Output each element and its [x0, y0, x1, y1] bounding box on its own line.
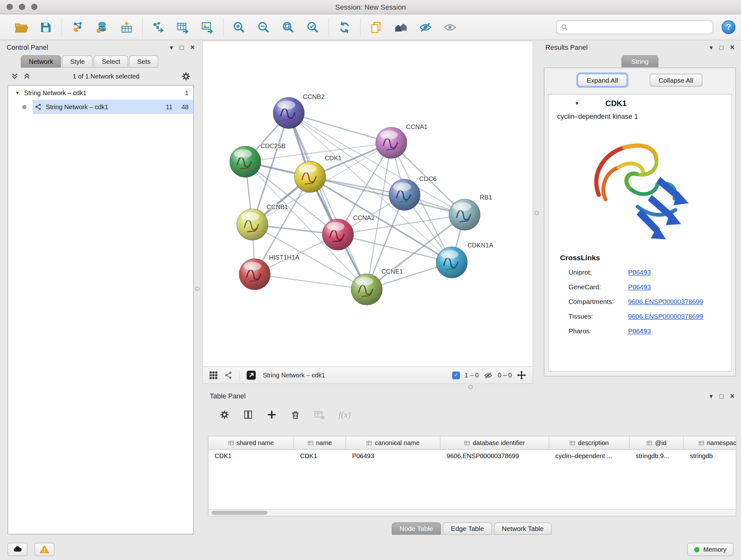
- home-button[interactable]: [392, 18, 410, 36]
- panel-menu-icon[interactable]: ▾: [710, 44, 713, 51]
- panel-close-icon[interactable]: ×: [730, 392, 735, 400]
- panel-float-icon[interactable]: □: [180, 44, 184, 51]
- left-splitter-grip[interactable]: [195, 287, 199, 291]
- help-button[interactable]: ?: [722, 20, 735, 34]
- network-collection-label: String Network – cdk1: [24, 89, 86, 96]
- column-header-shared-name[interactable]: shared name: [208, 436, 294, 449]
- memory-button[interactable]: Memory: [687, 543, 734, 556]
- zoom-out-button[interactable]: [255, 18, 273, 36]
- zoom-out-icon: [257, 20, 271, 34]
- pan-move-icon[interactable]: [517, 370, 527, 380]
- grid-view-icon[interactable]: [209, 371, 218, 380]
- network-selection-summary: 1 of 1 Network selected: [31, 72, 181, 79]
- show-columns-icon[interactable]: [243, 410, 253, 420]
- network-edge-CCNB2-CCNA1[interactable]: [289, 113, 391, 143]
- network-node-CCNA1[interactable]: [376, 127, 407, 159]
- gear-icon[interactable]: [181, 71, 191, 81]
- column-header-database-identifier[interactable]: database identifier: [441, 436, 549, 449]
- horizontal-scrollbar[interactable]: [208, 509, 736, 516]
- expand-all-tree-icon[interactable]: [23, 72, 31, 80]
- network-node-CDC25B[interactable]: [230, 146, 261, 178]
- tab-network[interactable]: Network: [21, 55, 61, 68]
- panel-menu-icon[interactable]: ▾: [710, 393, 713, 400]
- table-row[interactable]: CDK1 CDK1 P06493 9606.ENSP00000378699 cy…: [208, 449, 736, 462]
- hide-selected-button[interactable]: [416, 18, 434, 36]
- zoom-fit-button[interactable]: [279, 18, 297, 36]
- tab-style[interactable]: Style: [62, 55, 93, 68]
- network-node-CCNB2[interactable]: [273, 98, 305, 129]
- column-header-name[interactable]: name: [294, 436, 346, 449]
- column-header-canonical-name[interactable]: canonical name: [346, 436, 441, 449]
- network-node-CDK1[interactable]: [294, 161, 326, 192]
- tab-node-table[interactable]: Node Table: [392, 522, 441, 535]
- crosslink-link[interactable]: 9606.ENSP00000378699: [628, 298, 703, 305]
- import-table-button[interactable]: [118, 18, 136, 36]
- delete-column-trash-icon[interactable]: [290, 410, 300, 420]
- right-splitter-grip[interactable]: [535, 211, 539, 215]
- gear-icon[interactable]: [219, 410, 230, 420]
- apply-layout-button[interactable]: [335, 18, 353, 36]
- network-edge-HIST1H1A-CCNE1[interactable]: [255, 274, 367, 289]
- panel-close-icon[interactable]: ×: [190, 44, 195, 51]
- network-node-CDKN1A[interactable]: [436, 247, 468, 278]
- crosslink-link[interactable]: P06493: [628, 283, 651, 291]
- tab-edge-table[interactable]: Edge Table: [443, 522, 492, 535]
- network-node-CCNB1[interactable]: [237, 209, 268, 240]
- tree-expanded-icon[interactable]: ▼: [15, 90, 20, 95]
- column-header-description[interactable]: description: [549, 436, 630, 449]
- network-collection-row[interactable]: ▼ String Network – cdk1 1: [8, 85, 193, 100]
- column-header-namespace[interactable]: namespace: [684, 436, 736, 449]
- save-session-button[interactable]: [37, 18, 55, 36]
- zoom-selected-button[interactable]: [304, 18, 322, 36]
- collapse-all-button[interactable]: Collapse All: [650, 74, 702, 86]
- warnings-button[interactable]: [35, 543, 54, 556]
- network-node-HIST1H1A[interactable]: [239, 259, 270, 290]
- export-table-button[interactable]: [174, 18, 192, 36]
- show-hidden-button[interactable]: [441, 18, 459, 36]
- export-image-button[interactable]: [199, 18, 216, 36]
- scrollbar-thumb[interactable]: [212, 510, 267, 515]
- crosslink-link[interactable]: P06493: [628, 268, 651, 276]
- network-node-label-CDC25B: CDC25B: [260, 142, 286, 149]
- add-column-icon[interactable]: [266, 410, 277, 420]
- search-box[interactable]: [556, 20, 713, 34]
- tab-string[interactable]: String: [621, 55, 658, 67]
- network-node-CCNA2[interactable]: [322, 219, 354, 250]
- crosslink-label: Uniprot:: [569, 268, 628, 276]
- cloud-status-button[interactable]: [8, 543, 27, 556]
- cell-shared-name: CDK1: [208, 452, 294, 459]
- network-node-RB1[interactable]: [449, 199, 480, 230]
- function-builder-icon-disabled: f(x): [338, 410, 351, 420]
- open-session-button[interactable]: [12, 18, 30, 36]
- network-node-CDC6[interactable]: [389, 179, 420, 210]
- panel-float-icon[interactable]: □: [719, 393, 724, 400]
- duplicate-network-button[interactable]: [367, 18, 385, 36]
- search-input[interactable]: [571, 23, 709, 30]
- panel-close-icon[interactable]: ×: [730, 44, 735, 51]
- panel-menu-icon[interactable]: ▾: [170, 44, 173, 51]
- export-network-button[interactable]: [149, 18, 167, 36]
- panel-float-icon[interactable]: □: [719, 44, 724, 51]
- selected-checkbox-icon[interactable]: ✓: [452, 371, 460, 379]
- network-row-selected[interactable]: String Network – cdk1 11 48: [8, 100, 193, 114]
- crosslink-link[interactable]: 9606.ENSP00000378699: [628, 312, 703, 320]
- network-node-CCNE1[interactable]: [351, 273, 382, 305]
- gene-result-card: ▼ CDK1 cyclin–dependent kinase 1: [548, 94, 732, 372]
- tab-select[interactable]: Select: [94, 55, 128, 68]
- crosslink-link[interactable]: P06493: [628, 327, 651, 334]
- tab-sets[interactable]: Sets: [129, 55, 158, 68]
- zoom-in-button[interactable]: [230, 18, 248, 36]
- birdseye-share-icon[interactable]: [224, 371, 233, 380]
- tab-network-table[interactable]: Network Table: [494, 522, 552, 535]
- expand-all-button[interactable]: Expand All: [578, 74, 627, 86]
- import-network-from-file-button[interactable]: [69, 18, 86, 36]
- import-network-from-database-button[interactable]: [93, 18, 111, 36]
- network-edge-CCNB2-CCNE1[interactable]: [289, 113, 367, 289]
- bottom-splitter-grip[interactable]: [468, 385, 473, 389]
- column-header-id[interactable]: @id: [630, 436, 684, 449]
- network-canvas[interactable]: CCNB2CCNA1CDC25BCDK1CDC6RB1CCNB1CCNA2CDK…: [203, 41, 533, 367]
- open-in-new-icon[interactable]: [246, 370, 257, 381]
- table-panel: Table Panel ▾ □ ×: [206, 390, 738, 538]
- collapse-all-tree-icon[interactable]: [10, 72, 19, 80]
- tree-expanded-icon[interactable]: ▼: [575, 101, 580, 106]
